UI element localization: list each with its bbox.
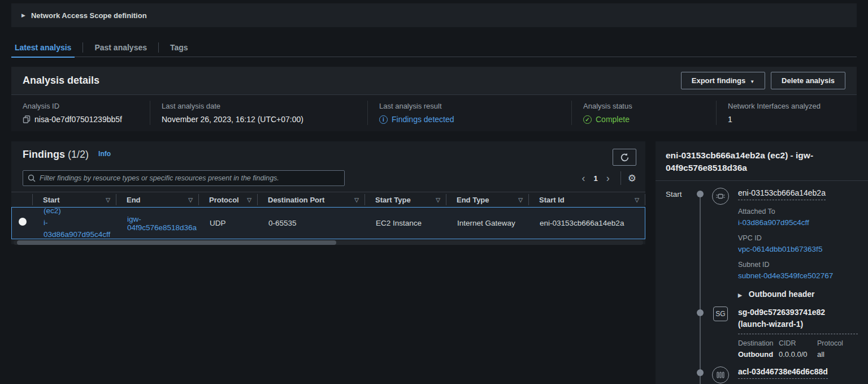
timeline-entry-network-acl: acl-03d46738e46d6c88d Rule Direction ACL… <box>712 366 858 384</box>
sort-icon[interactable]: ▽ <box>635 197 639 203</box>
cell-start-id: eni-03153cb666a14eb2a <box>530 219 645 227</box>
attached-to-link[interactable]: i-03d86a907d95c4cff <box>738 218 858 227</box>
timeline-dot <box>697 309 704 316</box>
current-page[interactable]: 1 <box>592 174 600 183</box>
select-column-header <box>11 194 33 205</box>
column-header-end-type[interactable]: End Type▽ <box>446 194 529 205</box>
network-interface-icon <box>712 188 729 205</box>
tab-latest-analysis[interactable]: Latest analysis <box>11 40 75 57</box>
attached-to-label: Attached To <box>738 208 858 215</box>
timeline-entry-security-group: SG sg-0d9c5726393741e82 (launch-wizard-1… <box>712 307 858 359</box>
sort-icon[interactable]: ▽ <box>436 197 440 203</box>
search-icon <box>28 174 36 182</box>
findings-panel: Findings (1/2) Info ‹ 1 › ⚙ Start▽ End▽ … <box>11 141 645 244</box>
scope-definition-label: Network Access Scope definition <box>31 11 147 20</box>
horizontal-scrollbar[interactable] <box>14 240 643 245</box>
last-analysis-date-label: Last analysis date <box>162 102 367 110</box>
findings-count: (1/2) <box>68 149 89 160</box>
scrollbar-thumb[interactable] <box>17 240 336 245</box>
timeline-entry-eni: eni-03153cb666a14eb2a Attached To i-03d8… <box>712 188 858 299</box>
interfaces-analyzed-label: Network Interfaces analyzed <box>728 102 857 110</box>
previous-page-button[interactable]: ‹ <box>578 173 589 183</box>
column-header-destination-port[interactable]: Destination Port▽ <box>258 194 365 205</box>
tab-tags[interactable]: Tags <box>167 40 192 57</box>
last-analysis-result-label: Last analysis result <box>379 102 571 110</box>
end-resource-link[interactable]: igw-04f9c576e8518d36a <box>127 215 197 232</box>
export-findings-button[interactable]: Export findings▼ <box>681 72 765 89</box>
scope-definition-expander[interactable]: ▶ Network Access Scope definition <box>11 3 857 27</box>
column-header-start[interactable]: Start▽ <box>33 194 116 205</box>
subnet-id-label: Subnet ID <box>738 261 858 269</box>
findings-detected-link[interactable]: Findings detected <box>392 115 454 124</box>
expand-arrow-icon: ▶ <box>21 12 25 18</box>
sort-icon[interactable]: ▽ <box>106 197 110 203</box>
cell-start-type: EC2 Instance <box>366 219 447 227</box>
info-icon: i <box>379 115 388 124</box>
gear-icon[interactable]: ⚙ <box>628 172 636 184</box>
column-header-protocol[interactable]: Protocol▽ <box>199 194 258 205</box>
timeline-dot <box>697 191 704 197</box>
analysis-details-panel: Analysis details Export findings▼ Delete… <box>11 67 857 131</box>
start-resource-link[interactable]: i-03d86a907d95c4cff <box>44 218 110 239</box>
finding-detail-panel: eni-03153cb666a14eb2a (ec2) - igw-04f9c5… <box>656 141 868 384</box>
check-circle-icon: ✓ <box>583 115 592 124</box>
analysis-id-label: Analysis ID <box>23 102 150 110</box>
analysis-id-value: nisa-0e7df07501239bb5f <box>34 115 122 124</box>
tab-past-analyses[interactable]: Past analyses <box>91 40 150 57</box>
timeline-dot <box>697 369 704 376</box>
network-acl-icon <box>712 366 729 383</box>
delete-analysis-button[interactable]: Delete analysis <box>771 72 845 89</box>
finding-detail-title: eni-03153cb666a14eb2a (ec2) - igw-04f9c5… <box>666 149 857 174</box>
analysis-details-title: Analysis details <box>23 75 681 87</box>
sort-icon[interactable]: ▽ <box>354 197 359 203</box>
start-resource-type-link[interactable]: (ec2) <box>44 206 61 215</box>
copy-icon[interactable] <box>23 115 31 123</box>
eni-id[interactable]: eni-03153cb666a14eb2a <box>738 188 826 200</box>
interfaces-analyzed-value: 1 <box>728 115 857 124</box>
tab-bar: Latest analysis Past analyses Tags <box>11 40 857 57</box>
refresh-icon <box>620 153 630 162</box>
row-radio-selected[interactable] <box>19 218 27 226</box>
network-acl-id[interactable]: acl-03d46738e46d6c88d <box>738 367 828 379</box>
column-header-end[interactable]: End▽ <box>116 194 199 205</box>
pager-divider <box>620 171 621 185</box>
next-page-button[interactable]: › <box>602 173 614 183</box>
outbound-header-expander[interactable]: ▶ Outbound header <box>738 290 858 299</box>
sort-icon[interactable]: ▽ <box>188 197 193 203</box>
findings-table-header: Start▽ End▽ Protocol▽ Destination Port▽ … <box>11 192 645 207</box>
timeline-start-label: Start <box>666 190 682 199</box>
cell-protocol: UDP <box>199 219 258 227</box>
expand-arrow-icon: ▶ <box>738 292 742 298</box>
vpc-id-label: VPC ID <box>738 234 858 242</box>
chevron-down-icon: ▼ <box>750 79 754 84</box>
security-group-id[interactable]: sg-0d9c5726393741e82 (launch-wizard-1) <box>738 307 858 334</box>
cell-start: (ec2) i-03d86a907d95c4cff <box>33 205 117 241</box>
cell-destination-port: 0-65535 <box>258 219 366 227</box>
sort-icon[interactable]: ▽ <box>518 197 523 203</box>
filter-input-wrap <box>23 170 345 186</box>
cell-end-type: Internet Gateway <box>447 219 530 227</box>
filter-findings-input[interactable] <box>40 174 340 182</box>
column-header-start-type[interactable]: Start Type▽ <box>365 194 446 205</box>
cell-end: igw-04f9c576e8518d36a <box>117 215 199 232</box>
sort-icon[interactable]: ▽ <box>247 197 251 203</box>
table-row[interactable]: (ec2) i-03d86a907d95c4cff igw-04f9c576e8… <box>11 207 645 239</box>
security-group-icon: SG <box>713 307 728 321</box>
last-analysis-date-value: November 26, 2023, 16:12 (UTC+07:00) <box>162 115 367 124</box>
analysis-status-value: Complete <box>596 115 630 124</box>
column-header-start-id[interactable]: Start Id▽ <box>529 194 645 205</box>
subnet-id-link[interactable]: subnet-0d4e3549fce502767 <box>738 271 858 280</box>
refresh-button[interactable] <box>613 149 636 166</box>
findings-title: Findings (1/2) Info <box>23 149 111 161</box>
timeline-line <box>700 193 701 384</box>
vpc-id-link[interactable]: vpc-0614dbb01b67363f5 <box>738 245 858 253</box>
security-group-rule-table: Destination CIDR Protocol Outbound 0.0.0… <box>738 339 858 359</box>
tab-divider <box>158 42 159 53</box>
tab-divider <box>83 42 83 53</box>
info-link[interactable]: Info <box>98 150 111 158</box>
analysis-status-label: Analysis status <box>583 102 716 110</box>
